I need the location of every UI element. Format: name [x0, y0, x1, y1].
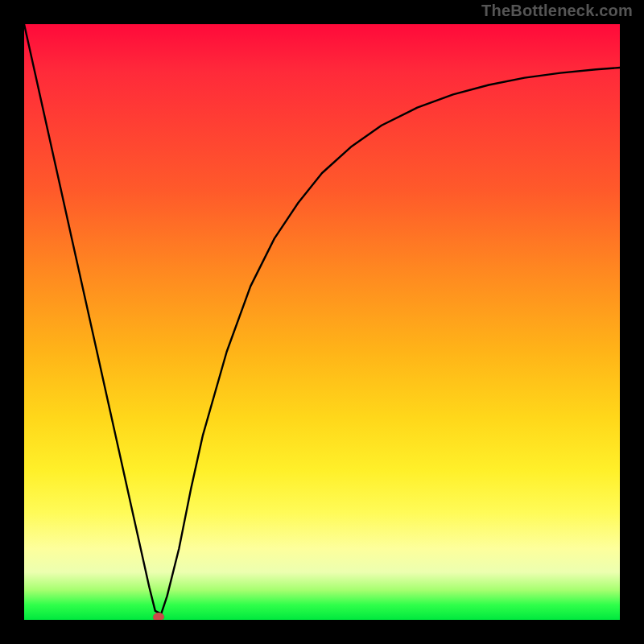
plot-area: [24, 24, 620, 620]
bottleneck-curve: [24, 24, 620, 620]
watermark-text: TheBottleneck.com: [481, 2, 633, 20]
chart-frame: TheBottleneck.com: [0, 0, 644, 644]
